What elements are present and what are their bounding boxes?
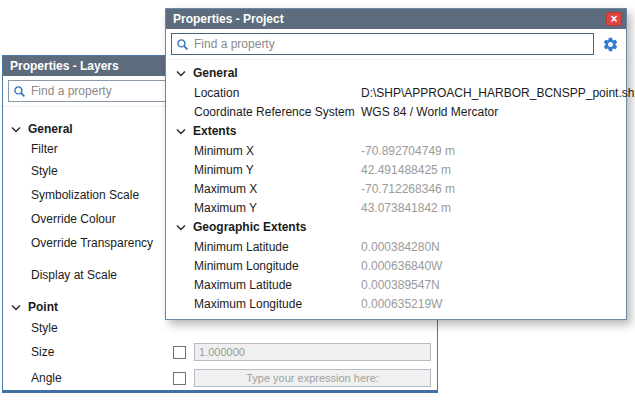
property-value: 0.000636840W xyxy=(361,259,442,273)
size-checkbox[interactable] xyxy=(173,346,186,359)
size-input[interactable] xyxy=(194,343,431,361)
section-label: Point xyxy=(28,300,58,314)
search-icon xyxy=(176,38,189,51)
property-value: 42.491488425 m xyxy=(361,163,451,177)
chevron-down-icon[interactable] xyxy=(176,224,186,231)
project-titlebar[interactable]: Properties - Project × xyxy=(166,9,626,29)
property-row-minimum-y[interactable]: Minimum Y 42.491488425 m xyxy=(166,160,626,179)
property-value: -70.712268346 m xyxy=(361,182,455,196)
property-label: Minimum Longitude xyxy=(194,259,361,273)
angle-input[interactable] xyxy=(194,369,431,387)
search-icon xyxy=(13,85,26,98)
angle-label: Angle xyxy=(31,371,173,385)
angle-checkbox[interactable] xyxy=(173,372,186,385)
property-label: Minimum Latitude xyxy=(194,240,361,254)
property-value: 43.073841842 m xyxy=(361,201,451,215)
property-value: D:\SHP\APPROACH_HARBOR_BCNSPP_point.shp xyxy=(361,86,635,100)
group-label: Geographic Extents xyxy=(193,220,306,234)
property-label: Maximum Longitude xyxy=(194,297,361,311)
group-header-extents[interactable]: Extents xyxy=(166,121,626,141)
property-row-maximum-latitude[interactable]: Maximum Latitude 0.000389547N xyxy=(166,275,626,294)
property-value: 0.000384280N xyxy=(361,240,440,254)
size-label: Size xyxy=(31,345,173,359)
chevron-down-icon[interactable] xyxy=(11,126,21,133)
property-row-maximum-y[interactable]: Maximum Y 43.073841842 m xyxy=(166,198,626,217)
group-label: Extents xyxy=(193,124,236,138)
group-header-geographic-extents[interactable]: Geographic Extents xyxy=(166,217,626,237)
layers-item-point-style[interactable]: Style xyxy=(3,317,437,339)
project-search-box[interactable] xyxy=(171,33,594,55)
property-row-maximum-longitude[interactable]: Maximum Longitude 0.000635219W xyxy=(166,294,626,313)
layers-field-angle: Angle xyxy=(3,365,437,391)
layers-field-size: Size xyxy=(3,339,437,365)
property-row-maximum-x[interactable]: Maximum X -70.712268346 m xyxy=(166,179,626,198)
property-row-crs[interactable]: Coordinate Reference System WGS 84 / Wor… xyxy=(166,102,626,121)
property-value: 0.000389547N xyxy=(361,278,440,292)
property-label: Minimum Y xyxy=(194,163,361,177)
project-property-grid: General Location D:\SHP\APPROACH_HARBOR_… xyxy=(166,60,626,313)
properties-project-panel: Properties - Project × General Location … xyxy=(165,8,627,320)
property-label: Maximum Y xyxy=(194,201,361,215)
property-row-minimum-x[interactable]: Minimum X -70.892704749 m xyxy=(166,141,626,160)
property-label: Location xyxy=(194,86,361,100)
gear-icon[interactable] xyxy=(599,33,621,55)
project-search-row xyxy=(166,29,626,60)
property-row-minimum-latitude[interactable]: Minimum Latitude 0.000384280N xyxy=(166,237,626,256)
property-value: 0.000635219W xyxy=(361,297,442,311)
property-label: Minimum X xyxy=(194,144,361,158)
group-label: General xyxy=(193,66,238,80)
close-icon[interactable]: × xyxy=(606,12,622,26)
chevron-down-icon[interactable] xyxy=(176,70,186,77)
property-row-minimum-longitude[interactable]: Minimum Longitude 0.000636840W xyxy=(166,256,626,275)
group-header-general[interactable]: General xyxy=(166,63,626,83)
property-label: Maximum X xyxy=(194,182,361,196)
section-label: General xyxy=(28,122,73,136)
project-panel-title: Properties - Project xyxy=(173,12,606,26)
property-label: Coordinate Reference System xyxy=(194,105,361,119)
chevron-down-icon[interactable] xyxy=(11,304,21,311)
property-value: -70.892704749 m xyxy=(361,144,455,158)
property-value: WGS 84 / World Mercator xyxy=(361,105,498,119)
property-row-location[interactable]: Location D:\SHP\APPROACH_HARBOR_BCNSPP_p… xyxy=(166,83,626,102)
property-label: Maximum Latitude xyxy=(194,278,361,292)
project-search-input[interactable] xyxy=(194,37,589,51)
chevron-down-icon[interactable] xyxy=(176,128,186,135)
